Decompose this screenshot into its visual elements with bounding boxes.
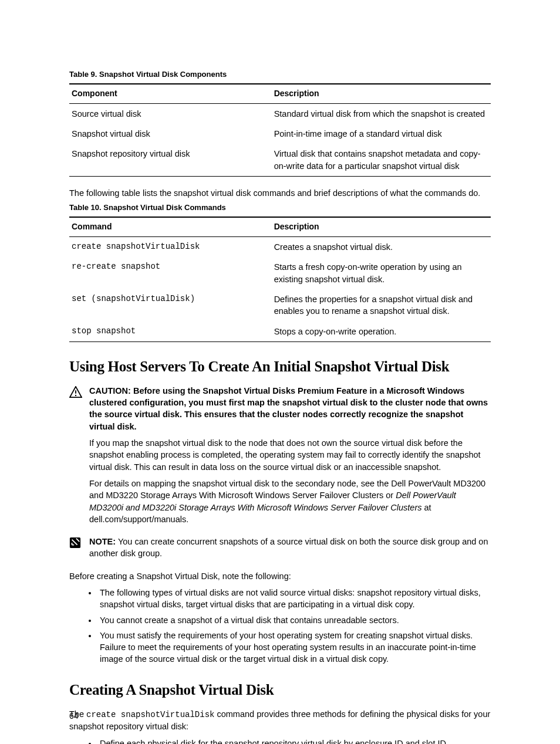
before-creating-intro: Before creating a Snapshot Virtual Disk,… [69,570,491,582]
cell-description: Point-in-time image of a standard virtua… [272,124,491,144]
page-number: 64 [69,711,79,722]
list-item: The following types of virtual disks are… [97,587,491,611]
cell-command: create snapshotVirtualDisk [69,237,272,258]
note-text: You can create concurrent snapshots of a… [89,537,488,558]
cell-command: stop snapshot [69,322,272,342]
caution-icon [69,385,82,530]
caution-paragraph-1: If you map the snapshot virtual disk to … [89,437,491,473]
table-row: stop snapshot Stops a copy-on-write oper… [69,322,491,342]
command-name: create snapshotVirtualDisk [86,710,214,719]
table-row: set (snapshotVirtualDisk) Defines the pr… [69,289,491,322]
note-label: NOTE: [89,537,116,546]
table9-header-component: Component [69,84,272,103]
cell-component: Snapshot virtual disk [69,124,272,144]
table10-intro: The following table lists the snapshot v… [69,187,491,199]
table9-header-description: Description [272,84,491,103]
table10-header-command: Command [69,217,272,236]
list-item: You cannot create a snapshot of a virtua… [97,614,491,626]
cell-description: Starts a fresh copy-on-write operation b… [272,257,491,289]
svg-point-1 [75,395,76,396]
before-creating-list: The following types of virtual disks are… [69,587,491,665]
table-row: Source virtual disk Standard virtual dis… [69,103,491,124]
cell-command: set (snapshotVirtualDisk) [69,289,272,322]
table-row: create snapshotVirtualDisk Creates a sna… [69,237,491,258]
table10-header-description: Description [272,217,491,236]
cell-description: Standard virtual disk from which the sna… [272,103,491,124]
cell-description: Creates a snapshot virtual disk. [272,237,491,258]
caution-paragraph-2: For details on mapping the snapshot virt… [89,478,491,525]
creating-list: Define each physical disk for the snapsh… [69,738,491,744]
table-row: Snapshot repository virtual disk Virtual… [69,144,491,176]
cell-description: Virtual disk that contains snapshot meta… [272,144,491,176]
cell-description: Stops a copy-on-write operation. [272,322,491,342]
creating-intro: The create snapshotVirtualDisk command p… [69,708,491,733]
caution-label: CAUTION: [89,386,131,395]
table9-caption: Table 9. Snapshot Virtual Disk Component… [69,69,491,80]
cell-component: Source virtual disk [69,103,272,124]
cell-command: re-create snapshot [69,257,272,289]
heading-creating-snapshot: Creating A Snapshot Virtual Disk [69,679,491,700]
caution-text: Before using the Snapshot Virtual Disks … [89,386,488,431]
table10: Command Description create snapshotVirtu… [69,217,491,341]
heading-using-host-servers: Using Host Servers To Create An Initial … [69,356,491,377]
caution-block: CAUTION: Before using the Snapshot Virtu… [69,385,491,530]
list-item: Define each physical disk for the snapsh… [97,738,491,744]
table-row: Snapshot virtual disk Point-in-time imag… [69,124,491,144]
table10-caption: Table 10. Snapshot Virtual Disk Commands [69,202,491,213]
cell-description: Defines the properties for a snapshot vi… [272,289,491,322]
document-page: Table 9. Snapshot Virtual Disk Component… [0,0,560,744]
table-row: re-create snapshot Starts a fresh copy-o… [69,257,491,289]
table9: Component Description Source virtual dis… [69,83,491,177]
list-item: You must satisfy the requirements of you… [97,630,491,665]
note-icon [69,536,82,564]
cell-component: Snapshot repository virtual disk [69,144,272,176]
note-block: NOTE: You can create concurrent snapshot… [69,536,491,564]
